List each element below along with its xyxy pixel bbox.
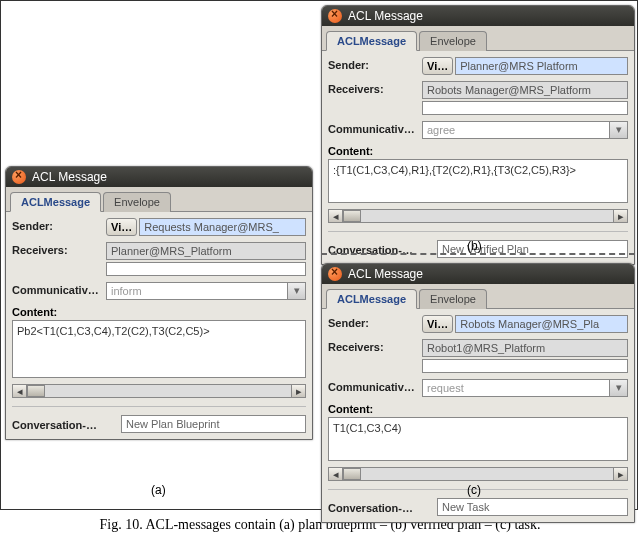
scrollbar-horizontal[interactable]: ◂ ▸ bbox=[12, 384, 306, 398]
communicative-value: inform bbox=[106, 282, 288, 300]
label-content: Content: bbox=[328, 145, 628, 157]
scroll-left-icon[interactable]: ◂ bbox=[329, 468, 343, 480]
chevron-down-icon[interactable]: ▾ bbox=[288, 282, 306, 300]
conversation-field[interactable]: New Verified Plan bbox=[437, 240, 628, 258]
close-icon[interactable] bbox=[328, 9, 342, 23]
scroll-track[interactable] bbox=[343, 468, 613, 480]
content-textarea[interactable]: Pb2<T1(C1,C3,C4),T2(C2),T3(C2,C5)> bbox=[12, 320, 306, 378]
view-sender-button[interactable]: Vi… bbox=[422, 57, 453, 75]
communicative-value: agree bbox=[422, 121, 610, 139]
label-communicative: Communicativ… bbox=[12, 282, 102, 296]
scrollbar-horizontal[interactable]: ◂ ▸ bbox=[328, 209, 628, 223]
sender-field[interactable]: Planner@MRS Platform bbox=[455, 57, 628, 75]
window-title: ACL Message bbox=[348, 267, 423, 281]
form-body: Sender: Vi… Requests Manager@MRS_ Receiv… bbox=[6, 212, 312, 439]
view-sender-button[interactable]: Vi… bbox=[422, 315, 453, 333]
scroll-track[interactable] bbox=[27, 385, 291, 397]
panel-label-b: (b) bbox=[467, 239, 482, 253]
tabbar: ACLMessage Envelope bbox=[6, 187, 312, 212]
scroll-right-icon[interactable]: ▸ bbox=[291, 385, 305, 397]
form-body: Sender: Vi… Planner@MRS Platform Receive… bbox=[322, 51, 634, 264]
tab-aclmessage[interactable]: ACLMessage bbox=[326, 31, 417, 51]
label-receivers: Receivers: bbox=[12, 242, 102, 256]
panel-a: ACL Message ACLMessage Envelope Sender: … bbox=[5, 166, 313, 440]
window-b: ACL Message ACLMessage Envelope Sender: … bbox=[321, 5, 635, 265]
view-sender-button[interactable]: Vi… bbox=[106, 218, 137, 236]
tab-envelope[interactable]: Envelope bbox=[419, 31, 487, 51]
receivers-field-blank[interactable] bbox=[422, 359, 628, 373]
label-sender: Sender: bbox=[12, 218, 102, 232]
receivers-field-blank[interactable] bbox=[422, 101, 628, 115]
scroll-left-icon[interactable]: ◂ bbox=[329, 210, 343, 222]
label-communicative: Communicativ… bbox=[328, 121, 418, 135]
scroll-left-icon[interactable]: ◂ bbox=[13, 385, 27, 397]
panel-label-a: (a) bbox=[151, 483, 166, 497]
scrollbar-horizontal[interactable]: ◂ ▸ bbox=[328, 467, 628, 481]
conversation-field[interactable]: New Plan Blueprint bbox=[121, 415, 306, 433]
label-sender: Sender: bbox=[328, 57, 418, 71]
window-title: ACL Message bbox=[32, 170, 107, 184]
chevron-down-icon[interactable]: ▾ bbox=[610, 121, 628, 139]
tab-aclmessage[interactable]: ACLMessage bbox=[10, 192, 101, 212]
tabbar: ACLMessage Envelope bbox=[322, 284, 634, 309]
window-a: ACL Message ACLMessage Envelope Sender: … bbox=[5, 166, 313, 440]
scroll-thumb[interactable] bbox=[27, 385, 45, 397]
scroll-right-icon[interactable]: ▸ bbox=[613, 468, 627, 480]
sender-field[interactable]: Requests Manager@MRS_ bbox=[139, 218, 306, 236]
content-textarea[interactable]: :{T1(C1,C3,C4),R1},{T2(C2),R1},{T3(C2,C5… bbox=[328, 159, 628, 203]
titlebar[interactable]: ACL Message bbox=[322, 6, 634, 26]
close-icon[interactable] bbox=[12, 170, 26, 184]
titlebar[interactable]: ACL Message bbox=[322, 264, 634, 284]
label-conversation: Conversation-… bbox=[328, 500, 433, 514]
titlebar[interactable]: ACL Message bbox=[6, 167, 312, 187]
content-textarea[interactable]: T1(C1,C3,C4) bbox=[328, 417, 628, 461]
scroll-track[interactable] bbox=[343, 210, 613, 222]
scroll-thumb[interactable] bbox=[343, 468, 361, 480]
receivers-field-blank[interactable] bbox=[106, 262, 306, 276]
tab-envelope[interactable]: Envelope bbox=[103, 192, 171, 212]
scroll-thumb[interactable] bbox=[343, 210, 361, 222]
label-content: Content: bbox=[12, 306, 306, 318]
communicative-combo[interactable]: agree ▾ bbox=[422, 121, 628, 139]
receivers-field[interactable]: Robots Manager@MRS_Platform bbox=[422, 81, 628, 99]
label-receivers: Receivers: bbox=[328, 81, 418, 95]
conversation-field[interactable]: New Task bbox=[437, 498, 628, 516]
figure-container: ACL Message ACLMessage Envelope Sender: … bbox=[0, 0, 638, 510]
panel-label-c: (c) bbox=[467, 483, 481, 497]
panel-divider bbox=[321, 253, 635, 255]
sender-field[interactable]: Robots Manager@MRS_Pla bbox=[455, 315, 628, 333]
label-content: Content: bbox=[328, 403, 628, 415]
communicative-combo[interactable]: request ▾ bbox=[422, 379, 628, 397]
tab-envelope[interactable]: Envelope bbox=[419, 289, 487, 309]
separator bbox=[12, 406, 306, 407]
label-receivers: Receivers: bbox=[328, 339, 418, 353]
close-icon[interactable] bbox=[328, 267, 342, 281]
receivers-field[interactable]: Robot1@MRS_Platform bbox=[422, 339, 628, 357]
label-sender: Sender: bbox=[328, 315, 418, 329]
receivers-field[interactable]: Planner@MRS_Platform bbox=[106, 242, 306, 260]
tab-aclmessage[interactable]: ACLMessage bbox=[326, 289, 417, 309]
chevron-down-icon[interactable]: ▾ bbox=[610, 379, 628, 397]
scroll-right-icon[interactable]: ▸ bbox=[613, 210, 627, 222]
tabbar: ACLMessage Envelope bbox=[322, 26, 634, 51]
panel-b: ACL Message ACLMessage Envelope Sender: … bbox=[321, 5, 635, 265]
communicative-combo[interactable]: inform ▾ bbox=[106, 282, 306, 300]
label-communicative: Communicativ… bbox=[328, 379, 418, 393]
separator bbox=[328, 231, 628, 232]
window-title: ACL Message bbox=[348, 9, 423, 23]
communicative-value: request bbox=[422, 379, 610, 397]
label-conversation: Conversation-… bbox=[12, 417, 117, 431]
